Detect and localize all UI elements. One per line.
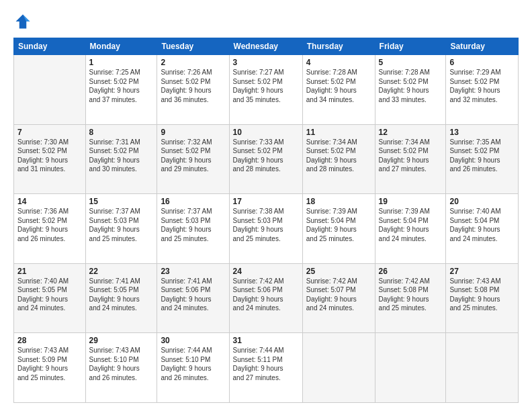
header [13, 12, 519, 31]
calendar-cell: 24Sunrise: 7:42 AM Sunset: 5:06 PM Dayli… [229, 263, 302, 333]
calendar-cell: 20Sunrise: 7:40 AM Sunset: 5:04 PM Dayli… [446, 194, 519, 264]
logo-icon [13, 12, 32, 31]
day-info: Sunrise: 7:40 AM Sunset: 5:05 PM Dayligh… [17, 277, 82, 313]
calendar-cell: 29Sunrise: 7:43 AM Sunset: 5:10 PM Dayli… [85, 333, 157, 403]
calendar-cell: 8Sunrise: 7:31 AM Sunset: 5:02 PM Daylig… [85, 124, 157, 194]
day-number: 18 [306, 197, 371, 206]
week-row-3: 21Sunrise: 7:40 AM Sunset: 5:05 PM Dayli… [14, 263, 519, 333]
day-info: Sunrise: 7:43 AM Sunset: 5:08 PM Dayligh… [449, 277, 515, 313]
day-info: Sunrise: 7:44 AM Sunset: 5:11 PM Dayligh… [233, 346, 299, 382]
calendar-cell: 27Sunrise: 7:43 AM Sunset: 5:08 PM Dayli… [446, 263, 519, 333]
calendar-cell: 17Sunrise: 7:38 AM Sunset: 5:03 PM Dayli… [229, 194, 302, 264]
page: SundayMondayTuesdayWednesdayThursdayFrid… [0, 0, 532, 411]
week-row-1: 7Sunrise: 7:30 AM Sunset: 5:02 PM Daylig… [14, 124, 519, 194]
day-info: Sunrise: 7:31 AM Sunset: 5:02 PM Dayligh… [89, 138, 154, 174]
calendar-cell: 22Sunrise: 7:41 AM Sunset: 5:05 PM Dayli… [85, 263, 157, 333]
calendar-cell: 15Sunrise: 7:37 AM Sunset: 5:03 PM Dayli… [85, 194, 157, 264]
day-number: 6 [449, 58, 515, 67]
day-number: 14 [17, 197, 82, 206]
day-number: 22 [89, 267, 154, 276]
calendar-cell: 10Sunrise: 7:33 AM Sunset: 5:02 PM Dayli… [229, 124, 302, 194]
day-number: 17 [233, 197, 299, 206]
day-number: 8 [89, 128, 154, 137]
day-number: 9 [161, 128, 225, 137]
calendar-cell [14, 55, 86, 125]
day-info: Sunrise: 7:42 AM Sunset: 5:07 PM Dayligh… [306, 277, 371, 313]
week-row-0: 1Sunrise: 7:25 AM Sunset: 5:02 PM Daylig… [14, 55, 519, 125]
day-number: 30 [161, 336, 225, 345]
day-info: Sunrise: 7:39 AM Sunset: 5:04 PM Dayligh… [379, 207, 443, 243]
day-number: 24 [233, 267, 299, 276]
calendar-cell: 2Sunrise: 7:26 AM Sunset: 5:02 PM Daylig… [157, 55, 229, 125]
day-info: Sunrise: 7:43 AM Sunset: 5:09 PM Dayligh… [17, 346, 82, 382]
day-info: Sunrise: 7:28 AM Sunset: 5:02 PM Dayligh… [379, 68, 443, 104]
day-number: 31 [233, 336, 299, 345]
day-number: 12 [379, 128, 443, 137]
calendar-cell: 26Sunrise: 7:42 AM Sunset: 5:08 PM Dayli… [375, 263, 446, 333]
calendar-table: SundayMondayTuesdayWednesdayThursdayFrid… [13, 38, 519, 403]
day-info: Sunrise: 7:29 AM Sunset: 5:02 PM Dayligh… [449, 68, 515, 104]
day-number: 1 [89, 58, 154, 67]
day-number: 7 [17, 128, 82, 137]
day-info: Sunrise: 7:34 AM Sunset: 5:02 PM Dayligh… [306, 138, 371, 174]
day-info: Sunrise: 7:42 AM Sunset: 5:08 PM Dayligh… [379, 277, 443, 313]
day-info: Sunrise: 7:44 AM Sunset: 5:10 PM Dayligh… [161, 346, 225, 382]
day-info: Sunrise: 7:38 AM Sunset: 5:03 PM Dayligh… [233, 207, 299, 243]
calendar-cell: 9Sunrise: 7:32 AM Sunset: 5:02 PM Daylig… [157, 124, 229, 194]
day-info: Sunrise: 7:34 AM Sunset: 5:02 PM Dayligh… [379, 138, 443, 174]
day-number: 21 [17, 267, 82, 276]
calendar-cell: 1Sunrise: 7:25 AM Sunset: 5:02 PM Daylig… [85, 55, 157, 125]
calendar-cell: 28Sunrise: 7:43 AM Sunset: 5:09 PM Dayli… [14, 333, 86, 403]
calendar-cell: 25Sunrise: 7:42 AM Sunset: 5:07 PM Dayli… [302, 263, 375, 333]
header-tuesday: Tuesday [157, 38, 229, 55]
day-number: 20 [449, 197, 515, 206]
day-number: 28 [17, 336, 82, 345]
day-info: Sunrise: 7:39 AM Sunset: 5:04 PM Dayligh… [306, 207, 371, 243]
header-saturday: Saturday [446, 38, 519, 55]
calendar-cell: 19Sunrise: 7:39 AM Sunset: 5:04 PM Dayli… [375, 194, 446, 264]
header-monday: Monday [85, 38, 157, 55]
day-info: Sunrise: 7:25 AM Sunset: 5:02 PM Dayligh… [89, 68, 154, 104]
day-info: Sunrise: 7:36 AM Sunset: 5:02 PM Dayligh… [17, 207, 82, 243]
day-number: 23 [161, 267, 225, 276]
day-number: 26 [379, 267, 443, 276]
day-number: 16 [161, 197, 225, 206]
header-sunday: Sunday [14, 38, 86, 55]
calendar-cell: 11Sunrise: 7:34 AM Sunset: 5:02 PM Dayli… [302, 124, 375, 194]
calendar-header: SundayMondayTuesdayWednesdayThursdayFrid… [14, 38, 519, 55]
calendar-cell [302, 333, 375, 403]
calendar-cell: 13Sunrise: 7:35 AM Sunset: 5:02 PM Dayli… [446, 124, 519, 194]
calendar-cell: 18Sunrise: 7:39 AM Sunset: 5:04 PM Dayli… [302, 194, 375, 264]
day-info: Sunrise: 7:27 AM Sunset: 5:02 PM Dayligh… [233, 68, 299, 104]
logo [13, 12, 35, 31]
day-number: 29 [89, 336, 154, 345]
header-wednesday: Wednesday [229, 38, 302, 55]
day-number: 5 [379, 58, 443, 67]
header-friday: Friday [375, 38, 446, 55]
day-info: Sunrise: 7:40 AM Sunset: 5:04 PM Dayligh… [449, 207, 515, 243]
day-info: Sunrise: 7:26 AM Sunset: 5:02 PM Dayligh… [161, 68, 225, 104]
calendar-cell: 12Sunrise: 7:34 AM Sunset: 5:02 PM Dayli… [375, 124, 446, 194]
calendar-cell: 3Sunrise: 7:27 AM Sunset: 5:02 PM Daylig… [229, 55, 302, 125]
day-info: Sunrise: 7:42 AM Sunset: 5:06 PM Dayligh… [233, 277, 299, 313]
calendar-cell: 5Sunrise: 7:28 AM Sunset: 5:02 PM Daylig… [375, 55, 446, 125]
day-number: 15 [89, 197, 154, 206]
calendar-cell: 4Sunrise: 7:28 AM Sunset: 5:02 PM Daylig… [302, 55, 375, 125]
day-number: 11 [306, 128, 371, 137]
calendar-cell: 14Sunrise: 7:36 AM Sunset: 5:02 PM Dayli… [14, 194, 86, 264]
week-row-4: 28Sunrise: 7:43 AM Sunset: 5:09 PM Dayli… [14, 333, 519, 403]
day-info: Sunrise: 7:33 AM Sunset: 5:02 PM Dayligh… [233, 138, 299, 174]
calendar-cell: 7Sunrise: 7:30 AM Sunset: 5:02 PM Daylig… [14, 124, 86, 194]
day-number: 27 [449, 267, 515, 276]
day-number: 13 [449, 128, 515, 137]
calendar-cell [375, 333, 446, 403]
day-number: 10 [233, 128, 299, 137]
day-info: Sunrise: 7:43 AM Sunset: 5:10 PM Dayligh… [89, 346, 154, 382]
week-row-2: 14Sunrise: 7:36 AM Sunset: 5:02 PM Dayli… [14, 194, 519, 264]
day-info: Sunrise: 7:35 AM Sunset: 5:02 PM Dayligh… [449, 138, 515, 174]
header-thursday: Thursday [302, 38, 375, 55]
day-info: Sunrise: 7:37 AM Sunset: 5:03 PM Dayligh… [161, 207, 225, 243]
header-row: SundayMondayTuesdayWednesdayThursdayFrid… [14, 38, 519, 55]
calendar-body: 1Sunrise: 7:25 AM Sunset: 5:02 PM Daylig… [14, 55, 519, 403]
day-number: 3 [233, 58, 299, 67]
